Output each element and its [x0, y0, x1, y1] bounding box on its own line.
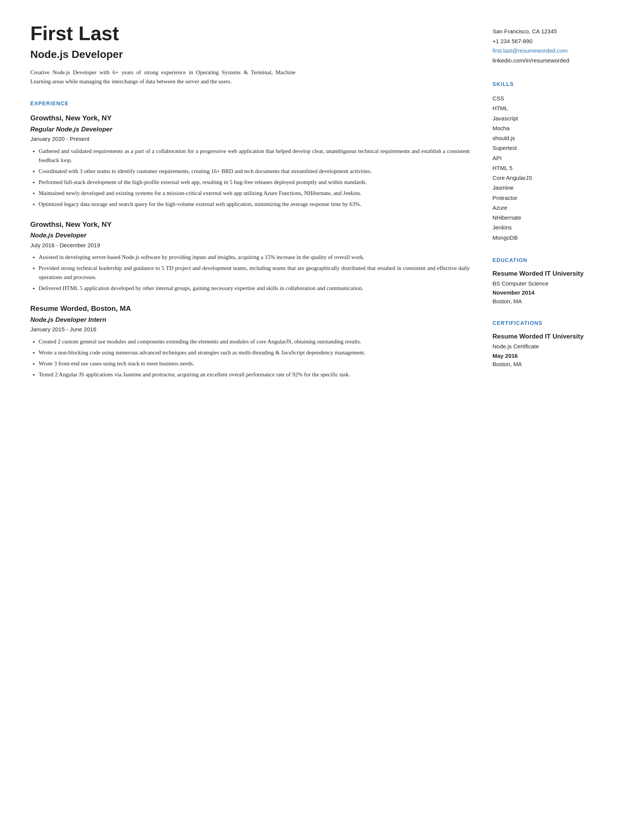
edu-degree-1: BS Computer Science [493, 280, 614, 288]
edu-block-1: Resume Worded IT University BS Computer … [493, 270, 614, 306]
skill-mongodb: MongoDB [493, 233, 614, 243]
skills-list: CSS HTML Javascript Mocha should.js Supe… [493, 93, 614, 243]
job-block-2: Growthsi, New York, NY Node.js Developer… [30, 219, 470, 293]
job-title-2: Node.js Developer [30, 231, 470, 240]
edu-date-1: November 2014 [493, 288, 614, 297]
skill-jenkins: Jenkins [493, 223, 614, 233]
job-dates-3: January 2015 - June 2016 [30, 325, 470, 334]
bullet-1-2: Coordinated with 3 other teams to identi… [39, 167, 470, 176]
bullet-1-1: Gathered and validated requirements as a… [39, 146, 470, 165]
company-location-3: Boston, MA [91, 304, 131, 312]
company-location-2: New York, NY [66, 220, 112, 228]
job-block-3: Resume Worded, Boston, MA Node.js Develo… [30, 303, 470, 379]
bullet-2-3: Delivered HTML 5 application developed b… [39, 284, 470, 293]
cert-name-1: Node.js Certificate [493, 342, 614, 351]
skill-azure: Azure [493, 203, 614, 213]
skill-shouldjs: should.js [493, 133, 614, 143]
certifications-section: CERTIFICATIONS Resume Worded IT Universi… [493, 319, 614, 369]
bullet-2-2: Provided strong technical leadership and… [39, 264, 470, 282]
contact-linkedin: linkedin.com/in/resumeworded [493, 56, 614, 66]
company-name-2: Growthsi, [30, 220, 64, 228]
candidate-title: Node.js Developer [30, 47, 470, 63]
job-dates-2: July 2016 - December 2019 [30, 241, 470, 250]
bullet-1-3: Performed full-stack development of the … [39, 178, 470, 187]
education-section: EDUCATION Resume Worded IT University BS… [493, 256, 614, 306]
cert-date-1: May 2016 [493, 352, 614, 360]
left-column: First Last Node.js Developer Creative No… [30, 23, 470, 810]
skill-html5: HTML 5 [493, 163, 614, 173]
skill-api: API [493, 153, 614, 163]
edu-location-1: Boston, MA [493, 297, 614, 306]
education-label: EDUCATION [493, 256, 614, 264]
skill-html: HTML [493, 103, 614, 113]
contact-phone: +1 234 567-890 [493, 36, 614, 46]
experience-section: EXPERIENCE Growthsi, New York, NY Regula… [30, 100, 470, 379]
skill-angularjs: Core AngularJS [493, 173, 614, 183]
bullet-list-1: Gathered and validated requirements as a… [30, 146, 470, 209]
bullet-3-4: Tested 2 Angular JS applications via Jas… [39, 370, 470, 379]
candidate-name: First Last [30, 23, 470, 44]
bullet-3-2: Wrote a non-blocking code using numerous… [39, 348, 470, 357]
job-title-1: Regular Node.js Developer [30, 125, 470, 134]
skill-protractor: Protractor [493, 193, 614, 203]
bullet-1-5: Optimized legacy data storage and search… [39, 199, 470, 209]
certifications-label: CERTIFICATIONS [493, 319, 614, 327]
company-line-1: Growthsi, New York, NY [30, 113, 470, 124]
contact-block: San Francisco, CA 12345 +1 234 567-890 f… [493, 26, 614, 65]
company-line-3: Resume Worded, Boston, MA [30, 303, 470, 314]
skill-nhibernate: NHibernate [493, 213, 614, 223]
skill-mocha: Mocha [493, 124, 614, 133]
cert-school-1: Resume Worded IT University [493, 333, 614, 341]
cert-location-1: Boston, MA [493, 360, 614, 369]
job-title-3: Node.js Developer Intern [30, 315, 470, 325]
candidate-summary: Creative Node.js Developer with 6+ years… [30, 68, 295, 86]
skill-jasmine: Jasmine [493, 183, 614, 193]
skill-javascript: Javascript [493, 114, 614, 124]
bullet-2-1: Assisted in developing server-based Node… [39, 252, 470, 262]
job-dates-1: January 2020 - Present [30, 135, 470, 143]
right-column: San Francisco, CA 12345 +1 234 567-890 f… [493, 23, 614, 810]
bullet-3-1: Created 2 custom general use modules and… [39, 337, 470, 346]
skill-supertest: Supertest [493, 143, 614, 153]
resume-page: First Last Node.js Developer Creative No… [0, 0, 644, 833]
bullet-list-3: Created 2 custom general use modules and… [30, 337, 470, 379]
company-line-2: Growthsi, New York, NY [30, 219, 470, 230]
bullet-list-2: Assisted in developing server-based Node… [30, 252, 470, 293]
edu-school-1: Resume Worded IT University [493, 270, 614, 278]
bullet-3-3: Wrote 3 front-end use cases using tech s… [39, 359, 470, 368]
skills-section: SKILLS CSS HTML Javascript Mocha should.… [493, 80, 614, 243]
company-location-1: New York, NY [66, 114, 112, 122]
contact-address: San Francisco, CA 12345 [493, 26, 614, 36]
company-name-1: Growthsi, [30, 114, 64, 122]
job-block-1: Growthsi, New York, NY Regular Node.js D… [30, 113, 470, 209]
experience-label: EXPERIENCE [30, 100, 470, 108]
company-name-3: Resume Worded, [30, 304, 89, 312]
cert-block-1: Resume Worded IT University Node.js Cert… [493, 333, 614, 369]
skill-css: CSS [493, 93, 614, 103]
contact-email-link[interactable]: first.last@resumeworded.com [493, 47, 568, 54]
bullet-1-4: Maintained newly developed and existing … [39, 188, 470, 198]
skills-label: SKILLS [493, 80, 614, 88]
